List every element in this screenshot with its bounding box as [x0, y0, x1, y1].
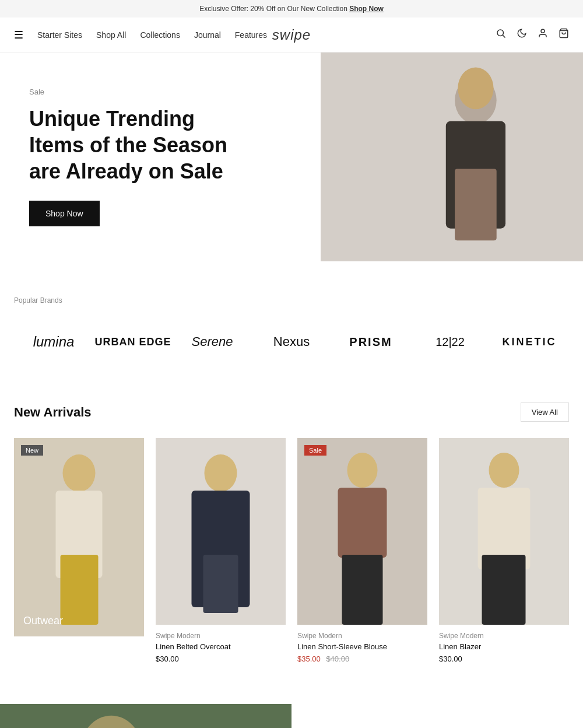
svg-rect-26	[0, 704, 292, 728]
svg-rect-20	[338, 488, 387, 558]
header-left: ☰ Starter Sites Shop All Collections Jou…	[14, 29, 267, 41]
logo[interactable]: swipe	[272, 27, 311, 43]
nav-links: Starter Sites Shop All Collections Journ…	[37, 30, 267, 40]
countdown-text: Seasonal Sales Sale Up to 50% Seize the …	[292, 704, 583, 728]
product-badge-new: New	[21, 445, 43, 456]
announcement-text: Exclusive Offer: 20% Off on Our New Coll…	[199, 5, 347, 13]
svg-point-11	[63, 454, 96, 492]
dark-mode-icon[interactable]	[517, 28, 527, 41]
countdown-section: 01 Days : 23 Hours : 15 Minutes : 23 Sec…	[0, 704, 583, 728]
nav-item-shop-all[interactable]: Shop All	[96, 30, 126, 40]
brands-section: Popular Brands lumina URBAN EDGE Serene …	[0, 261, 583, 379]
product-price-original: $40.00	[326, 654, 349, 663]
nav-item-journal[interactable]: Journal	[194, 30, 221, 40]
product-card-blazer[interactable]: Swipe Modern Linen Blazer $30.00	[439, 438, 569, 663]
product-image-blazer	[439, 438, 569, 625]
header-right	[496, 28, 569, 41]
hero-title: Unique Trending Items of the Season are …	[29, 106, 233, 184]
products-grid: New Outwear	[14, 438, 569, 663]
product-name-overcoat: Linen Belted Overcoat	[156, 642, 286, 651]
svg-point-0	[497, 30, 504, 36]
svg-point-19	[347, 453, 378, 488]
brand-prism[interactable]: PRISM	[331, 330, 410, 355]
cart-icon[interactable]	[559, 28, 569, 41]
product-badge-sale: Sale	[304, 445, 326, 456]
product-price-blouse: $35.00 $40.00	[297, 654, 427, 663]
product-brand-blouse: Swipe Modern	[297, 632, 427, 640]
announcement-link[interactable]: Shop Now	[349, 5, 384, 13]
brand-1222[interactable]: 12|22	[410, 330, 490, 355]
header: ☰ Starter Sites Shop All Collections Jou…	[0, 18, 583, 52]
brand-nexus[interactable]: Nexus	[252, 328, 331, 355]
svg-rect-25	[482, 555, 526, 625]
brands-subtitle: Popular Brands	[14, 296, 569, 304]
new-arrivals-header: New Arrivals View All	[14, 402, 569, 422]
product-name-blouse: Linen Short-Sleeve Blouse	[297, 642, 427, 651]
svg-point-23	[489, 453, 519, 488]
svg-rect-21	[342, 555, 383, 625]
hero-section: Sale Unique Trending Items of the Season…	[0, 52, 583, 261]
svg-rect-8	[455, 169, 497, 240]
product-name-blazer: Linen Blazer	[439, 642, 569, 651]
product-overlay-label: Outwear	[23, 615, 63, 627]
product-card-outwear[interactable]: New Outwear	[14, 438, 144, 663]
announcement-bar: Exclusive Offer: 20% Off on Our New Coll…	[0, 0, 583, 18]
product-price-overcoat: $30.00	[156, 654, 286, 663]
svg-rect-17	[203, 555, 238, 613]
svg-line-1	[503, 35, 505, 37]
svg-point-2	[541, 29, 545, 33]
brand-urban-edge[interactable]: URBAN EDGE	[93, 330, 173, 354]
nav-item-starter-sites[interactable]: Starter Sites	[37, 30, 82, 40]
brand-lumina[interactable]: lumina	[14, 328, 93, 356]
product-card-blouse[interactable]: Sale Swipe Modern Linen Short-Sleeve Blo…	[297, 438, 427, 663]
new-arrivals-section: New Arrivals View All New Outwear	[0, 379, 583, 687]
search-icon[interactable]	[496, 28, 506, 41]
view-all-button[interactable]: View All	[521, 402, 569, 422]
hero-shop-now-button[interactable]: Shop Now	[29, 201, 100, 226]
countdown-image: 01 Days : 23 Hours : 15 Minutes : 23 Sec…	[0, 704, 292, 728]
svg-point-9	[458, 68, 493, 110]
nav-item-features[interactable]: Features	[235, 30, 267, 40]
svg-point-15	[205, 454, 237, 492]
hero-image	[321, 52, 583, 261]
product-image-outwear: New Outwear	[14, 438, 144, 636]
product-image-blouse: Sale	[297, 438, 427, 625]
account-icon[interactable]	[538, 28, 548, 41]
brand-kinetic[interactable]: KINETIC	[490, 330, 569, 354]
hero-text-side: Sale Unique Trending Items of the Season…	[0, 52, 321, 261]
hamburger-icon[interactable]: ☰	[14, 29, 23, 41]
svg-rect-13	[61, 555, 99, 625]
product-image-overcoat	[156, 438, 286, 625]
product-brand-overcoat: Swipe Modern	[156, 632, 286, 640]
product-price-sale: $35.00	[297, 654, 321, 663]
product-card-overcoat[interactable]: Swipe Modern Linen Belted Overcoat $30.0…	[156, 438, 286, 663]
new-arrivals-title: New Arrivals	[14, 405, 91, 420]
hero-label: Sale	[29, 88, 292, 96]
brands-row: lumina URBAN EDGE Serene Nexus PRISM 12|…	[14, 328, 569, 356]
nav-item-collections[interactable]: Collections	[140, 30, 180, 40]
product-brand-blazer: Swipe Modern	[439, 632, 569, 640]
brand-serene[interactable]: Serene	[173, 328, 252, 355]
product-price-blazer: $30.00	[439, 654, 569, 663]
